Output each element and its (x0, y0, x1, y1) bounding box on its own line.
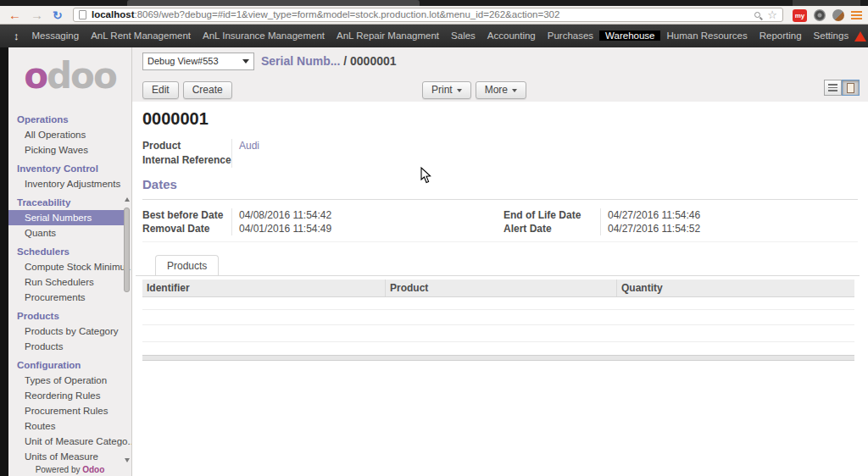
list-icon (828, 84, 837, 91)
sidebar: odoo OperationsAll OperationsPicking Wav… (8, 47, 132, 476)
edit-button[interactable]: Edit (142, 81, 179, 99)
empty-table-row (142, 310, 854, 325)
topnav-item-anl-insurance-management[interactable]: AnL Insurance Management (197, 30, 331, 41)
field-label: Product (142, 139, 231, 153)
sidebar-section-configuration: Configuration (8, 357, 124, 373)
sidebar-item-routes[interactable]: Routes (8, 418, 124, 434)
chevron-down-icon (242, 59, 249, 64)
products-table: IdentifierProductQuantity (142, 280, 854, 361)
sidebar-item-run-schedulers[interactable]: Run Schedulers (8, 274, 124, 290)
sidebar-item-procurement-rules[interactable]: Procurement Rules (8, 403, 124, 418)
sidebar-section-inventory-control: Inventory Control (8, 161, 124, 176)
powered-brand-link[interactable]: Odoo (82, 465, 104, 474)
empty-table-row (142, 297, 854, 310)
logo-accent-letter: o (24, 55, 47, 97)
main-content: Debug View#553 Serial Numb... / 0000001 … (132, 47, 868, 476)
form-view-button[interactable] (842, 80, 860, 96)
url-text[interactable]: localhost:8069/web?debug=#id=1&view_type… (92, 8, 754, 21)
topnav-item-sales[interactable]: Sales (445, 30, 481, 41)
column-header-quantity[interactable]: Quantity (617, 280, 854, 296)
topnav-item-messaging[interactable]: Messaging (26, 30, 86, 41)
browser-extensions: my (793, 8, 862, 22)
chevron-down-icon (457, 89, 462, 92)
topnav-item-anl-repair-managment[interactable]: AnL Repair Managment (331, 30, 445, 41)
form-icon (847, 83, 854, 93)
sidebar-item-all-operations[interactable]: All Operations (8, 127, 124, 142)
url-host: localhost (92, 9, 134, 19)
record-title: 0000001 (142, 109, 209, 129)
powered-prefix: Powered by (36, 465, 81, 474)
sidebar-item-quants[interactable]: Quants (8, 225, 124, 241)
browser-active-tab[interactable] (127, 0, 420, 6)
chevron-down-icon (512, 89, 517, 92)
create-button[interactable]: Create (183, 81, 232, 99)
browser-menu-icon[interactable] (851, 11, 862, 19)
empty-table-row (142, 325, 854, 342)
field-value-alert-date: 04/27/2016 11:54:52 (600, 222, 849, 235)
debug-view-select[interactable]: Debug View#553 (142, 53, 254, 70)
warning-icon[interactable] (854, 31, 866, 42)
sidebar-item-compute-stock-minimu[interactable]: Compute Stock Minimu... (8, 259, 124, 274)
breadcrumb-separator: / (343, 54, 350, 68)
scroll-up-icon[interactable] (125, 197, 130, 202)
sidebar-section-traceability: Traceability (8, 195, 124, 210)
section-divider (142, 199, 858, 200)
scrollbar-thumb[interactable] (124, 208, 130, 292)
table-header-row: IdentifierProductQuantity (142, 280, 854, 297)
browser-secondary-tab[interactable] (793, 0, 860, 6)
debug-view-label: Debug View#553 (147, 53, 219, 69)
topnav-item-anl-rent-management[interactable]: AnL Rent Management (85, 30, 197, 41)
back-icon[interactable]: ← (8, 7, 21, 24)
apps-switcher-icon[interactable]: ↕ (14, 30, 19, 42)
sidebar-section-products: Products (8, 308, 124, 324)
topnav-item-warehouse[interactable]: Warehouse (599, 30, 660, 41)
sidebar-item-units-of-measure[interactable]: Units of Measure (8, 449, 124, 464)
logo-rest: doo (47, 55, 116, 97)
reel-extension-icon[interactable] (814, 9, 826, 21)
powered-by: Powered by Odoo (8, 465, 131, 476)
tab-products[interactable]: Products (155, 255, 219, 275)
more-button[interactable]: More (476, 81, 526, 99)
field-row-end-of-life-date: End of Life Date04/27/2016 11:54:46 (504, 208, 849, 222)
topnav-right-cluster: Administrator (arif 786) (854, 29, 868, 43)
topnav-item-purchases[interactable]: Purchases (542, 30, 599, 41)
topnav-item-human-resources[interactable]: Human Resources (660, 30, 753, 41)
field-label: Removal Date (142, 222, 231, 235)
topnav-item-settings[interactable]: Settings (808, 30, 855, 41)
record-actions: Edit Create (142, 81, 232, 99)
field-label: Alert Date (504, 222, 600, 235)
topnav-item-accounting[interactable]: Accounting (481, 30, 542, 41)
column-header-product[interactable]: Product (386, 280, 617, 296)
field-value-product[interactable]: Audi (231, 139, 481, 153)
breadcrumb-parent-link[interactable]: Serial Numb... (261, 54, 340, 68)
my-extension-icon[interactable]: my (793, 9, 807, 22)
column-header-identifier[interactable]: Identifier (142, 280, 386, 296)
sidebar-scrollbar[interactable] (124, 197, 131, 462)
topnav-item-reporting[interactable]: Reporting (754, 30, 808, 41)
reload-icon[interactable]: ↻ (53, 7, 63, 24)
window-left-edge (0, 47, 8, 476)
sidebar-item-products[interactable]: Products (8, 339, 124, 354)
field-value-removal-date: 04/01/2016 11:54:49 (231, 222, 493, 235)
sidebar-item-picking-waves[interactable]: Picking Waves (8, 142, 124, 158)
url-rest: :8069/web?debug=#id=1&view_type=form&mod… (134, 9, 559, 19)
url-bar[interactable]: localhost:8069/web?debug=#id=1&view_type… (73, 8, 783, 22)
scroll-down-icon[interactable] (125, 458, 130, 462)
field-row-best-before-date: Best before Date04/08/2016 11:54:42 (142, 208, 493, 222)
sidebar-item-inventory-adjustments[interactable]: Inventory Adjustments (8, 176, 124, 191)
list-view-button[interactable] (824, 80, 842, 96)
search-icon[interactable] (754, 12, 760, 18)
table-footer-bar (142, 355, 854, 361)
sidebar-item-serial-numbers[interactable]: Serial Numbers (8, 210, 124, 225)
print-button[interactable]: Print (422, 81, 471, 99)
sidebar-item-unit-of-measure-catego[interactable]: Unit of Measure Catego... (8, 434, 124, 449)
forward-icon[interactable]: → (31, 7, 43, 24)
sidebar-section-operations: Operations (8, 112, 124, 127)
sidebar-item-procurements[interactable]: Procurements (8, 290, 124, 305)
sidebar-item-products-by-category[interactable]: Products by Category (8, 324, 124, 339)
sidebar-item-reordering-rules[interactable]: Reordering Rules (8, 388, 124, 403)
bookmark-star-icon[interactable]: ☆ (767, 8, 777, 21)
odoo-logo: odoo (8, 54, 131, 98)
hand-extension-icon[interactable] (832, 9, 844, 21)
sidebar-item-types-of-operation[interactable]: Types of Operation (8, 373, 124, 388)
